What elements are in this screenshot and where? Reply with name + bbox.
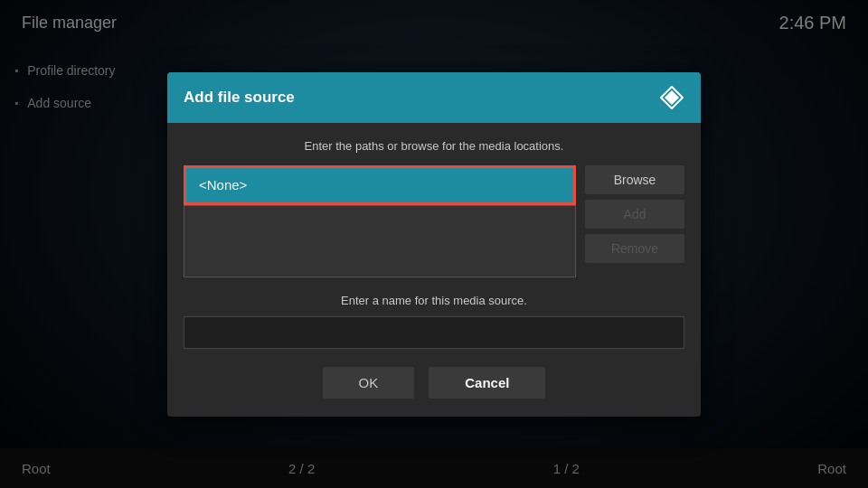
source-paths: <None>	[184, 165, 576, 277]
source-row: <None> Browse Add Remove	[184, 165, 684, 277]
modal-header: Add file source	[167, 72, 701, 123]
cancel-button[interactable]: Cancel	[429, 367, 545, 399]
name-instruction: Enter a name for this media source.	[184, 294, 684, 307]
modal-body: Enter the paths or browse for the media …	[167, 123, 701, 417]
name-section: Enter a name for this media source.	[184, 294, 684, 349]
add-file-source-dialog: Add file source Enter the paths or brows…	[167, 72, 701, 417]
source-buttons: Browse Add Remove	[585, 165, 684, 263]
close-button[interactable]	[659, 85, 684, 110]
modal-title: Add file source	[184, 89, 295, 107]
ok-button[interactable]: OK	[323, 367, 415, 399]
modal-instruction: Enter the paths or browse for the media …	[184, 139, 684, 153]
source-input-empty	[184, 205, 576, 277]
name-input[interactable]	[184, 316, 684, 349]
modal-overlay: Add file source Enter the paths or brows…	[0, 0, 868, 488]
source-input-active[interactable]: <None>	[184, 165, 576, 205]
modal-footer: OK Cancel	[184, 367, 684, 399]
source-none-label: <None>	[199, 177, 247, 192]
browse-button[interactable]: Browse	[585, 165, 684, 194]
kodi-logo-icon	[660, 86, 684, 109]
add-button[interactable]: Add	[585, 200, 684, 229]
remove-button[interactable]: Remove	[585, 234, 684, 263]
